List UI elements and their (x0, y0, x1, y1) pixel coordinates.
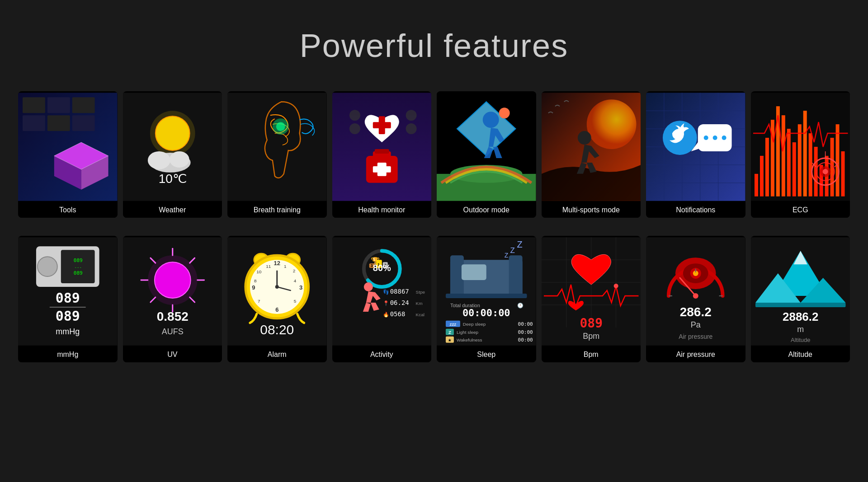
svg-point-40 (499, 108, 510, 118)
svg-text:Km: Km (415, 301, 422, 306)
svg-text:Z: Z (448, 330, 451, 335)
svg-text:👣: 👣 (382, 289, 389, 295)
health-monitor-card[interactable]: Health monitor (332, 91, 432, 218)
hr-visual: 089 Bpm (542, 236, 641, 347)
svg-rect-33 (373, 166, 391, 173)
air-pressure-card[interactable]: 286.2 Pa Air pressure Air pressure (646, 236, 745, 362)
svg-text:Stpe: Stpe (415, 290, 425, 295)
heart-rate-card[interactable]: 089 Bpm Bpm (542, 236, 641, 362)
outdoor-mode-card[interactable]: Outdoor mode (437, 91, 536, 218)
svg-text:00:00:00: 00:00:00 (462, 307, 510, 318)
svg-rect-22 (332, 93, 432, 201)
svg-rect-62 (760, 156, 763, 197)
altitude-card[interactable]: 2886.2 m Altitude Altitude (751, 236, 850, 362)
features-row-1: Tools 10℃ Weather (0, 82, 868, 227)
alarm-card[interactable]: 12 6 9 3 2 1 11 10 8 7 4 5 08:20 (227, 236, 327, 362)
hr-label: Bpm (542, 347, 641, 362)
blood-pressure-card[interactable]: 089 --- 089 089 089 mmHg mmHg (18, 236, 118, 362)
svg-rect-68 (792, 142, 796, 197)
svg-text:0.852: 0.852 (156, 309, 188, 323)
svg-text:Bpm: Bpm (583, 332, 599, 341)
sleep-label: Sleep (437, 347, 536, 362)
svg-text:Light sleep: Light sleep (457, 330, 479, 335)
uv-label: UV (123, 347, 222, 362)
weather-card[interactable]: 10℃ Weather (123, 91, 222, 218)
weather-visual: 10℃ (123, 91, 222, 202)
svg-rect-19 (227, 93, 327, 201)
svg-text:6: 6 (275, 306, 278, 313)
svg-text:★: ★ (448, 338, 452, 342)
svg-text:Pa: Pa (691, 320, 701, 329)
notifications-card[interactable]: Notifications (646, 91, 745, 218)
svg-rect-76 (835, 124, 839, 197)
svg-text:089: 089 (56, 290, 80, 306)
svg-point-25 (349, 110, 360, 121)
tools-card[interactable]: Tools (18, 91, 118, 218)
breath-training-card[interactable]: Breath training (227, 91, 327, 218)
svg-point-192 (693, 293, 698, 299)
svg-text:08:20: 08:20 (260, 322, 294, 337)
svg-text:089: 089 (74, 257, 83, 263)
svg-text:Deep sleep: Deep sleep (463, 322, 486, 327)
uv-card[interactable]: 0.852 AUFS UV (123, 236, 222, 362)
svg-point-57 (704, 136, 708, 140)
sports-label: Multi-sports mode (542, 202, 641, 218)
svg-rect-156 (462, 264, 486, 280)
svg-text:7: 7 (258, 299, 260, 304)
svg-text:06.24: 06.24 (390, 299, 409, 306)
breath-label: Breath training (227, 202, 327, 218)
svg-text:089: 089 (580, 316, 602, 331)
ecg-card[interactable]: ECG (751, 91, 850, 218)
svg-text:4: 4 (294, 278, 297, 283)
svg-text:Air pressure: Air pressure (679, 333, 712, 340)
svg-point-183 (613, 284, 618, 288)
alarm-visual: 12 6 9 3 2 1 11 10 8 7 4 5 08:20 (227, 236, 327, 347)
svg-rect-66 (781, 115, 785, 197)
bp-visual: 089 --- 089 089 089 mmHg (18, 236, 118, 347)
svg-rect-2 (47, 97, 70, 113)
health-visual (332, 91, 432, 202)
svg-point-26 (349, 123, 360, 134)
svg-point-129 (275, 285, 279, 289)
svg-point-88 (38, 257, 57, 276)
svg-point-58 (713, 136, 717, 140)
features-row-2: 089 --- 089 089 089 mmHg mmHg (0, 227, 868, 371)
svg-rect-4 (23, 115, 45, 131)
sleep-visual: Z Z Z Total duration 🕐 00:00:00 ZZZ Deep… (437, 236, 536, 347)
svg-text:089: 089 (56, 308, 80, 324)
svg-text:Kcal: Kcal (415, 312, 424, 317)
sleep-card[interactable]: Z Z Z Total duration 🕐 00:00:00 ZZZ Deep… (437, 236, 536, 362)
svg-text:🔥: 🔥 (382, 311, 389, 318)
alarm-label: Alarm (227, 347, 327, 362)
svg-text:00:00: 00:00 (518, 337, 533, 343)
breath-visual (227, 91, 327, 202)
svg-rect-61 (754, 174, 758, 197)
svg-rect-1 (23, 97, 45, 113)
page-title: Powerful features (0, 0, 868, 82)
svg-point-14 (150, 111, 195, 156)
svg-text:3: 3 (299, 284, 302, 291)
tools-visual (18, 91, 118, 202)
svg-rect-63 (765, 138, 769, 197)
activity-card[interactable]: 🏆 1 2 3 80% 👣 08867 Stpe 📍 06.24 (332, 236, 432, 362)
svg-rect-69 (797, 124, 801, 197)
svg-rect-5 (47, 115, 70, 131)
svg-text:ZZZ: ZZZ (450, 323, 457, 327)
svg-text:8: 8 (254, 278, 257, 283)
activity-label: Activity (332, 347, 432, 362)
svg-text:Z: Z (510, 246, 515, 255)
ecg-visual (751, 91, 850, 202)
svg-text:Z: Z (517, 239, 523, 249)
svg-point-107 (147, 255, 197, 305)
ap-label: Air pressure (646, 347, 745, 362)
svg-text:mmHg: mmHg (56, 327, 80, 336)
svg-text:12: 12 (274, 260, 280, 267)
activity-visual: 🏆 1 2 3 80% 👣 08867 Stpe 📍 06.24 (332, 236, 432, 347)
svg-point-39 (483, 112, 499, 128)
svg-rect-6 (72, 115, 95, 131)
svg-text:089: 089 (74, 270, 83, 276)
svg-point-81 (822, 169, 828, 174)
multi-sports-card[interactable]: Multi-sports mode (542, 91, 641, 218)
svg-rect-67 (787, 129, 790, 197)
svg-text:10: 10 (256, 269, 262, 274)
